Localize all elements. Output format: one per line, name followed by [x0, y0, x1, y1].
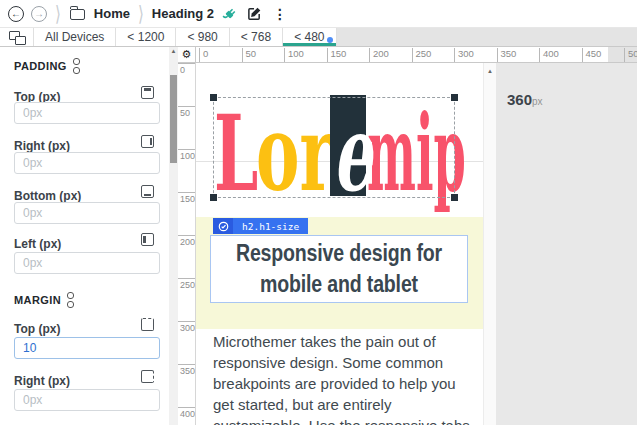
tab-all-devices[interactable]: All Devices [34, 28, 116, 46]
v-ruler-label: 200 [178, 235, 195, 247]
h-ruler-label: 150 [327, 48, 347, 62]
edit-code-icon[interactable] [246, 5, 264, 23]
paragraph-line: Microthemer takes the pain out of [213, 331, 475, 352]
sidebar-scrollbar[interactable]: ▲ [169, 47, 178, 425]
breadcrumb-selector[interactable]: Heading 2 [152, 6, 214, 21]
history-forward-icon[interactable]: → [31, 6, 47, 22]
v-ruler-label: 0 [178, 63, 195, 75]
ruler-settings-button[interactable]: ⚙ [178, 47, 196, 63]
padding-left-side-icon [141, 233, 154, 246]
breakpoint-bar: All Devices < 1200 < 980 < 768 < 480 [0, 28, 637, 47]
margin-right-label: Right (px) [14, 374, 70, 388]
vertical-ruler: 0 50 100 150 200 250 300 350 400 [178, 63, 196, 425]
v-ruler-label: 50 [178, 106, 195, 118]
v-ruler-label: 250 [178, 278, 195, 290]
h-ruler-label: 0 [199, 48, 208, 62]
paragraph-line: breakpoints are provided to help you [213, 373, 475, 394]
v-ruler-label: 100 [178, 149, 195, 161]
scroll-up-icon[interactable]: ▲ [484, 68, 496, 74]
margin-top-side-icon [141, 318, 154, 331]
v-ruler-label: 400 [178, 407, 195, 419]
padding-top-input[interactable] [14, 102, 160, 124]
more-options-icon[interactable]: ⋮ [271, 5, 289, 23]
h-ruler-label: 400 [539, 48, 559, 62]
margin-top-input[interactable] [14, 337, 160, 359]
padding-left-label: Left (px) [14, 237, 61, 251]
margin-top-label: Top (px) [14, 322, 60, 336]
padding-right-input[interactable] [14, 152, 160, 174]
breadcrumb-home[interactable]: Home [94, 6, 130, 21]
tab-lt-768[interactable]: < 768 [230, 28, 283, 46]
paragraph-line: responsive design. Some common [213, 352, 475, 373]
properties-sidebar: PADDING Top (px) Right (px) Bottom (px) … [0, 47, 178, 425]
breadcrumb-separator: ⟩ [137, 1, 145, 26]
viewport-width-value: 360 [507, 91, 532, 108]
h-ruler-label: 350 [497, 48, 517, 62]
gear-icon: ⚙ [182, 48, 192, 61]
resize-handle-bottom-right[interactable] [451, 194, 458, 201]
v-ruler-label: 350 [178, 364, 195, 376]
selector-badge[interactable]: h2.h1-size [213, 218, 308, 234]
resize-handle-top-right[interactable] [451, 94, 458, 101]
v-ruler-label: 150 [178, 192, 195, 204]
history-back-icon[interactable]: ← [8, 6, 24, 22]
sidebar-scrollbar-thumb[interactable] [170, 75, 177, 163]
h-ruler-label: 200 [369, 48, 389, 62]
viewport-width-unit: px [532, 96, 543, 107]
selector-badge-label: h2.h1-size [233, 218, 308, 234]
breadcrumb-separator: ⟩ [54, 1, 62, 26]
margin-right-side-icon [141, 370, 154, 383]
margin-right-row: Right (px) [14, 371, 164, 389]
link-values-icon[interactable] [73, 58, 81, 74]
check-circle-icon [213, 218, 233, 234]
h-ruler-label: 300 [454, 48, 474, 62]
tab-lt-480[interactable]: < 480 [283, 28, 336, 46]
folder-icon [70, 9, 85, 20]
heading-line: mobile and tablet [230, 269, 448, 300]
preview-page: L or e mip h2.h1-size [196, 63, 483, 425]
main-toolbar: ← → ⟩ Home ⟩ Heading 2 ⋮ [0, 0, 637, 28]
v-ruler-label: 300 [178, 321, 195, 333]
padding-bottom-label: Bottom (px) [14, 189, 81, 203]
intro-paragraph[interactable]: Microthemer takes the pain out of respon… [213, 331, 475, 425]
paragraph-line: customizable. Use the responsive tabs [213, 415, 475, 425]
viewport-width-indicator[interactable]: 360px [507, 91, 543, 109]
active-breakpoint-dot [327, 37, 333, 43]
h-ruler-label: 450 [582, 48, 602, 62]
heading-line: Responsive design for [230, 238, 448, 269]
margin-top-row: Top (px) [14, 319, 164, 337]
resize-handle-top-left[interactable] [210, 94, 217, 101]
padding-bottom-input[interactable] [14, 202, 160, 224]
tab-lt-980[interactable]: < 980 [176, 28, 229, 46]
h-ruler-label: 250 [412, 48, 432, 62]
h-ruler-label: 100 [284, 48, 304, 62]
canvas-area: L or e mip h2.h1-size [196, 63, 637, 425]
tab-lt-480-label: < 480 [294, 30, 324, 44]
padding-right-label: Right (px) [14, 139, 70, 153]
breakpoint-bar-filler [337, 28, 637, 46]
padding-right-side-icon [141, 135, 154, 148]
margin-right-input[interactable] [14, 389, 160, 411]
link-values-icon[interactable] [67, 292, 75, 308]
home-folder-icon[interactable] [69, 5, 87, 23]
padding-left-row: Left (px) [14, 234, 164, 252]
devices-icon [9, 31, 20, 40]
target-plug-icon[interactable] [221, 5, 239, 23]
padding-left-input[interactable] [14, 252, 160, 274]
selected-heading-element[interactable]: Responsive design for mobile and tablet [210, 235, 468, 303]
scroll-up-icon[interactable]: ▲ [169, 48, 178, 54]
preview-scrollbar[interactable]: ▲ [483, 63, 496, 425]
horizontal-ruler: 0 50 100 150 200 250 300 350 400 450 500 [196, 47, 637, 63]
padding-top-side-icon [141, 86, 154, 99]
padding-section-title: PADDING [14, 58, 81, 74]
microthemer-app: ← → ⟩ Home ⟩ Heading 2 ⋮ [0, 0, 637, 425]
tab-lt-1200[interactable]: < 1200 [116, 28, 176, 46]
h-ruler-label: 50 [242, 48, 257, 62]
device-preview-toggle[interactable] [0, 28, 34, 46]
h-ruler-label: 500 [624, 48, 637, 62]
resize-handle-bottom-left[interactable] [210, 194, 217, 201]
element-selection-box [213, 97, 455, 198]
padding-bottom-side-icon [141, 185, 154, 198]
paragraph-line: get started, but are entirely [213, 394, 475, 415]
margin-section-title: MARGIN [14, 292, 75, 308]
